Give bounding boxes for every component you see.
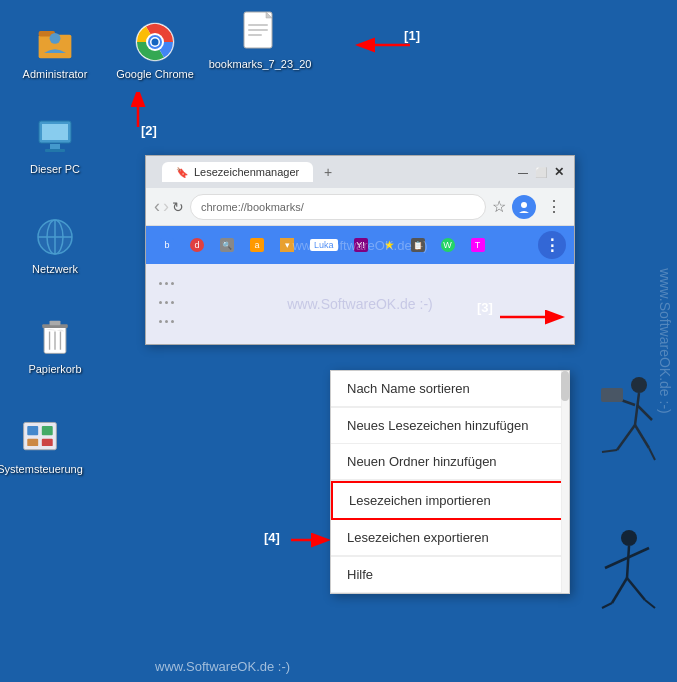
minimize-button[interactable]: — bbox=[516, 165, 530, 179]
new-tab-button[interactable]: + bbox=[317, 161, 339, 183]
dancing-figure bbox=[587, 370, 657, 504]
svg-line-51 bbox=[627, 546, 629, 578]
desktop-icon-administrator[interactable]: Administrator bbox=[15, 20, 95, 81]
bm-favicon-star: ★ bbox=[384, 238, 395, 252]
svg-rect-49 bbox=[601, 388, 623, 402]
arrow-1-container: [1] bbox=[355, 30, 415, 64]
bm-item-star[interactable]: ★ bbox=[378, 235, 401, 255]
svg-rect-23 bbox=[50, 321, 61, 326]
address-bar[interactable]: chrome://bookmarks/ bbox=[190, 194, 486, 220]
desktop-icon-network[interactable]: Netzwerk bbox=[15, 215, 95, 276]
desktop-icon-pc[interactable]: Dieser PC bbox=[15, 115, 95, 176]
svg-line-53 bbox=[627, 548, 649, 558]
svg-point-7 bbox=[152, 39, 159, 46]
back-button[interactable]: ‹ bbox=[154, 196, 160, 217]
context-menu: Nach Name sortieren Neues Lesezeichen hi… bbox=[330, 370, 570, 594]
svg-rect-9 bbox=[248, 24, 268, 26]
svg-line-52 bbox=[605, 558, 627, 568]
bm-favicon-wa: W bbox=[441, 238, 455, 252]
context-menu-item-help[interactable]: Hilfe bbox=[331, 557, 569, 593]
svg-rect-10 bbox=[248, 29, 268, 31]
bm-favicon-d: d bbox=[190, 238, 204, 252]
context-menu-item-add-bookmark[interactable]: Neues Lesezeichen hinzufügen bbox=[331, 408, 569, 444]
trash-icon bbox=[33, 315, 77, 359]
arrow-3-container: [3] bbox=[495, 302, 575, 336]
bm-favicon-y: Y! bbox=[354, 238, 368, 252]
dancing-figure-2 bbox=[597, 528, 662, 632]
bm-item-luka[interactable]: Luka bbox=[304, 236, 344, 254]
maximize-button[interactable]: ⬜ bbox=[534, 165, 548, 179]
svg-rect-29 bbox=[42, 426, 53, 435]
context-menu-item-add-folder[interactable]: Neuen Ordner hinzufügen bbox=[331, 444, 569, 480]
svg-point-50 bbox=[621, 530, 637, 546]
bm-item-y[interactable]: Y! bbox=[348, 235, 374, 255]
content-nav-dots bbox=[154, 272, 179, 336]
reload-button[interactable]: ↻ bbox=[172, 199, 184, 215]
svg-line-47 bbox=[602, 450, 617, 452]
svg-rect-13 bbox=[42, 124, 68, 140]
desktop-icon-trash[interactable]: Papierkorb bbox=[15, 315, 95, 376]
browser-titlebar: 🔖 Lesezeichenmanager + — ⬜ ✕ bbox=[146, 156, 574, 188]
bm-favicon-t: T bbox=[471, 238, 485, 252]
user-avatar[interactable] bbox=[512, 195, 536, 219]
svg-point-20 bbox=[38, 220, 72, 254]
svg-rect-28 bbox=[27, 426, 38, 435]
svg-line-55 bbox=[627, 578, 645, 600]
bm-favicon-fig: 🔍 bbox=[220, 238, 234, 252]
svg-line-54 bbox=[612, 578, 627, 603]
chrome-icon bbox=[133, 20, 177, 64]
svg-rect-15 bbox=[45, 149, 65, 152]
desktop-icon-chrome[interactable]: Google Chrome bbox=[115, 20, 195, 81]
svg-line-48 bbox=[649, 448, 655, 460]
context-menu-scrollbar[interactable] bbox=[561, 371, 569, 593]
control-label: Systemsteuerung bbox=[0, 463, 83, 476]
trash-label: Papierkorb bbox=[28, 363, 81, 376]
annotation-2: [2] bbox=[141, 123, 157, 138]
bookmarks-label: bookmarks_7_23_20 bbox=[209, 58, 312, 71]
pc-icon bbox=[33, 115, 77, 159]
bookmarks-more-button[interactable]: ⋮ bbox=[538, 231, 566, 259]
desktop-icon-control[interactable]: Systemsteuerung bbox=[0, 415, 80, 476]
bm-item-bookmark[interactable]: ▾ bbox=[274, 235, 300, 255]
tab-favicon: 🔖 bbox=[176, 167, 188, 178]
chrome-label: Google Chrome bbox=[116, 68, 194, 81]
bm-item-wa[interactable]: W bbox=[435, 235, 461, 255]
administrator-icon bbox=[33, 20, 77, 64]
svg-line-45 bbox=[617, 425, 635, 450]
arrow-4-container: [4] bbox=[286, 528, 336, 556]
watermark-side: www.SoftwareOK.de :-) bbox=[656, 268, 672, 414]
desktop: www.SoftwareOK.de :-) Administrator bbox=[0, 0, 677, 682]
forward-button[interactable]: › bbox=[163, 196, 169, 217]
svg-line-44 bbox=[637, 405, 652, 420]
pc-label: Dieser PC bbox=[30, 163, 80, 176]
context-menu-item-import[interactable]: Lesezeichen importieren bbox=[331, 481, 569, 520]
close-button[interactable]: ✕ bbox=[552, 165, 566, 179]
svg-line-42 bbox=[635, 393, 639, 425]
chrome-menu-button[interactable]: ⋮ bbox=[542, 195, 566, 218]
tab-title: Lesezeichenmanager bbox=[194, 166, 299, 178]
bookmark-star-icon[interactable]: ☆ bbox=[492, 197, 506, 216]
arrow-2-container: [2] bbox=[123, 92, 153, 136]
svg-line-56 bbox=[602, 603, 612, 608]
browser-tab[interactable]: 🔖 Lesezeichenmanager bbox=[162, 162, 313, 182]
svg-point-2 bbox=[50, 33, 61, 44]
desktop-icon-bookmarks[interactable]: bookmarks_7_23_20 bbox=[220, 10, 300, 71]
annotation-3: [3] bbox=[477, 300, 493, 315]
administrator-label: Administrator bbox=[23, 68, 88, 81]
svg-line-46 bbox=[635, 425, 649, 448]
bm-item-fig[interactable]: 🔍 bbox=[214, 235, 240, 255]
bm-item-b[interactable]: b bbox=[154, 235, 180, 255]
browser-navbar: ‹ › ↻ chrome://bookmarks/ ☆ ⋮ bbox=[146, 188, 574, 226]
context-menu-item-sort[interactable]: Nach Name sortieren bbox=[331, 371, 569, 407]
bm-item-a[interactable]: a bbox=[244, 235, 270, 255]
svg-rect-11 bbox=[248, 34, 262, 36]
svg-point-41 bbox=[631, 377, 647, 393]
context-menu-item-export[interactable]: Lesezeichen exportieren bbox=[331, 520, 569, 556]
bm-favicon-b: b bbox=[160, 238, 174, 252]
annotation-4: [4] bbox=[264, 530, 280, 545]
bm-item-d[interactable]: d bbox=[184, 235, 210, 255]
network-label: Netzwerk bbox=[32, 263, 78, 276]
bm-item-other[interactable]: 📋 bbox=[405, 235, 431, 255]
bm-item-t[interactable]: T bbox=[465, 235, 491, 255]
svg-rect-31 bbox=[42, 439, 53, 446]
